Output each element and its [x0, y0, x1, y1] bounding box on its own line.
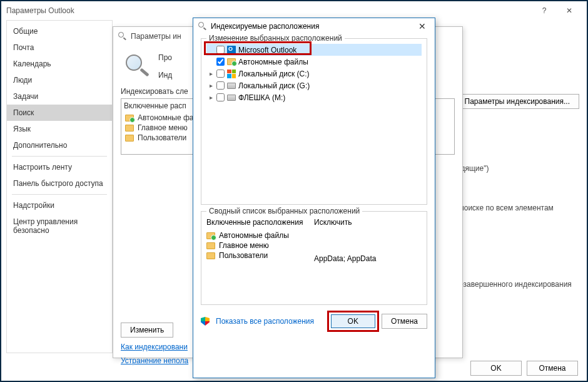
close-icon[interactable]: ✕ [415, 21, 430, 31]
sidebar-item[interactable]: Задачи [7, 88, 112, 105]
help-button[interactable]: ? [532, 6, 557, 15]
sidebar-item[interactable]: Календарь [7, 56, 112, 72]
change-locations-group: Изменение выбранных расположений Microso… [201, 38, 427, 205]
ok-button[interactable]: OK [470, 361, 522, 376]
sidebar-item[interactable]: Настроить ленту [7, 159, 112, 175]
summary-item: Пользователи [206, 250, 314, 261]
location-checkbox[interactable] [216, 58, 225, 66]
sidebar-item[interactable]: Люди [7, 72, 112, 88]
folder-icon [125, 125, 134, 132]
sidebar-item[interactable]: Язык [7, 121, 112, 137]
dialog-footer: Показать все расположения OK Отмена [201, 311, 427, 329]
summary-group: Сводный список выбранных расположений Вк… [201, 211, 427, 305]
location-checkbox[interactable] [216, 46, 225, 54]
shield-icon [201, 317, 210, 326]
sidebar-item[interactable]: Дополнительно [7, 137, 112, 153]
locations-tree[interactable]: Microsoft OutlookАвтономные файлы▸Локаль… [206, 44, 422, 199]
cancel-button[interactable]: Отмена [382, 314, 427, 329]
params-text: Инд [158, 71, 172, 80]
search-icon [198, 22, 207, 31]
params-title: Параметры ин [131, 32, 181, 41]
column-header: Включенные расположения [206, 218, 314, 227]
folder-icon [206, 252, 215, 259]
disk-icon [227, 95, 236, 101]
tree-label: Локальный диск (C:) [238, 70, 310, 78]
sidebar-item[interactable]: Центр управления безопасно [7, 214, 112, 239]
tree-row[interactable]: ▸ФЛЕШКА (M:) [206, 91, 422, 103]
disk-icon [227, 83, 236, 89]
indexing-options-button[interactable]: Параметры индексирования... [455, 94, 580, 109]
folder-icon [206, 232, 215, 239]
tree-row[interactable]: ▸Локальный диск (G:) [206, 80, 422, 91]
magnifier-icon [121, 53, 151, 78]
options-sidebar: ОбщиеПочтаКалендарьЛюдиЗадачиПоискЯзыкДо… [6, 20, 113, 353]
tree-label: Microsoft Outlook [238, 46, 297, 54]
options-footer: OK Отмена [470, 361, 578, 376]
params-text: Про [158, 53, 172, 62]
group-legend: Изменение выбранных расположений [206, 34, 345, 43]
folder-icon [227, 58, 236, 65]
windows-icon [227, 70, 236, 78]
bg-text: за незавершенного индексирования [445, 280, 572, 289]
folder-icon [125, 115, 134, 121]
group-legend: Сводный список выбранных расположений [206, 207, 362, 215]
tree-label: Автономные файлы [238, 58, 308, 66]
summary-item: Автономные файлы [206, 230, 314, 240]
tree-label: ФЛЕШКА (M:) [238, 93, 285, 102]
search-icon [118, 32, 127, 41]
location-checkbox[interactable] [216, 93, 225, 101]
outlook-icon [227, 46, 236, 54]
dialog-title: Индексируемые расположения [211, 22, 319, 31]
indexed-locations-dialog: Индексируемые расположения ✕ Изменение в… [193, 18, 435, 378]
expander-icon[interactable]: ▸ [208, 94, 214, 101]
summary-item: Главное меню [206, 240, 314, 250]
location-checkbox[interactable] [216, 70, 225, 78]
expander-icon[interactable]: ▸ [208, 70, 214, 77]
column-header: Исключить [314, 218, 422, 227]
sidebar-item[interactable]: Панель быстрого доступа [7, 175, 112, 192]
expander-icon[interactable]: ▸ [208, 82, 214, 89]
sidebar-item[interactable]: Общие [7, 23, 112, 39]
folder-icon [206, 242, 215, 249]
window-title: Параметры Outlook [6, 6, 74, 15]
ok-button[interactable]: OK [331, 314, 375, 328]
close-button[interactable]: ✕ [557, 6, 582, 15]
modify-button[interactable]: Изменить [121, 323, 173, 338]
cancel-button[interactable]: Отмена [527, 361, 578, 376]
exclude-text: AppData; AppData [314, 254, 422, 263]
location-checkbox[interactable] [216, 81, 225, 90]
tree-row[interactable]: Microsoft Outlook [206, 44, 422, 56]
tree-row[interactable]: ▸Локальный диск (C:) [206, 68, 422, 80]
show-all-locations-link[interactable]: Показать все расположения [216, 317, 314, 326]
tree-row[interactable]: Автономные файлы [206, 56, 422, 68]
folder-icon [125, 135, 134, 142]
sidebar-item[interactable]: Поиск [7, 105, 112, 121]
included-column: Включенные расположения Автономные файлы… [206, 217, 314, 299]
dialog-titlebar: Индексируемые расположения ✕ [193, 18, 435, 34]
exclude-column: Исключить AppData; AppData [314, 217, 422, 299]
tree-label: Локальный диск (G:) [238, 81, 310, 90]
sidebar-item[interactable]: Надстройки [7, 197, 112, 214]
sidebar-item[interactable]: Почта [7, 39, 112, 56]
